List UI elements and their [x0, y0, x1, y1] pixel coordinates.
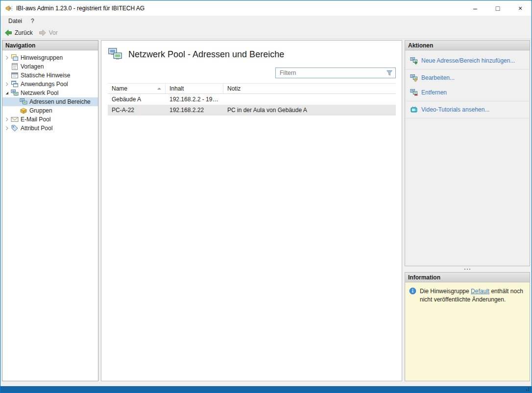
- column-label: Inhalt: [169, 85, 184, 92]
- actions-separator: [406, 101, 529, 101]
- email-pool-icon: [11, 116, 19, 123]
- info-text-before: Die Hinweisgruppe: [420, 288, 471, 295]
- menu-item-datei[interactable]: Datei: [4, 16, 26, 26]
- address-table: Name Inhalt Notiz Gebäude A 192.168.2.2 …: [108, 83, 396, 116]
- cell-inhalt: 192.168.2.22: [166, 107, 223, 114]
- filter-input[interactable]: [280, 69, 386, 76]
- filter-row: [101, 66, 402, 83]
- action-label: Bearbeiten...: [421, 74, 455, 81]
- default-group-link[interactable]: Default: [471, 288, 489, 295]
- panel-splitter[interactable]: [405, 266, 530, 272]
- video-tutorials-action[interactable]: Video-Tutorials ansehen...: [405, 102, 530, 117]
- sidebar-item-label: Vorlagen: [21, 63, 44, 70]
- cell-notiz: PC in der Aula von Gebäude A: [223, 107, 396, 114]
- information-panel: Information Die Hinweisgruppe Default en…: [405, 272, 530, 381]
- sidebar-item-anwendungs-pool[interactable]: Anwendungs Pool: [2, 80, 98, 89]
- column-label: Notiz: [227, 85, 241, 92]
- actions-list: Neue Adresse/Bereich hinzufügen...: [405, 50, 530, 119]
- main-panel: Netzwerk Pool - Adressen und Bereiche Na…: [101, 40, 402, 381]
- column-header-notiz[interactable]: Notiz: [223, 84, 396, 93]
- application-pool-icon: [11, 80, 19, 88]
- minimize-button[interactable]: –: [464, 0, 486, 16]
- filter-funnel-icon[interactable]: [386, 69, 393, 76]
- forward-arrow-icon: [39, 29, 47, 37]
- network-pool-title-icon: [108, 47, 122, 62]
- forward-label: Vor: [49, 29, 58, 36]
- table-header: Name Inhalt Notiz: [108, 83, 396, 94]
- menu-item-help[interactable]: ?: [26, 16, 39, 26]
- window-controls: – □ ×: [464, 0, 532, 16]
- action-label: Video-Tutorials ansehen...: [421, 106, 489, 113]
- sidebar-item-attribut-pool[interactable]: Attribut Pool: [2, 124, 98, 133]
- table-row[interactable]: Gebäude A 192.168.2.2 - 192.16...: [108, 94, 396, 105]
- sidebar-item-label: Hinweisgruppen: [21, 54, 63, 61]
- addresses-icon: [20, 98, 27, 106]
- cell-inhalt: 192.168.2.2 - 192.16...: [166, 96, 223, 103]
- column-header-inhalt[interactable]: Inhalt: [166, 84, 223, 93]
- sort-ascending-icon: [157, 88, 161, 90]
- sidebar-item-label: Statische Hinweise: [21, 72, 70, 79]
- app-icon: [5, 4, 13, 12]
- sidebar-item-email-pool[interactable]: E-Mail Pool: [2, 115, 98, 124]
- network-pool-icon: [11, 89, 19, 97]
- toolbar: Zurück Vor: [0, 26, 532, 39]
- title-bar: IBI-aws Admin 1.23.0 - registriert für I…: [0, 0, 532, 16]
- actions-panel: Aktionen: [405, 40, 530, 266]
- column-header-name[interactable]: Name: [108, 84, 166, 93]
- info-icon: [409, 287, 416, 295]
- chevron-right-icon[interactable]: [4, 126, 10, 131]
- templates-icon: [11, 63, 19, 70]
- remove-action[interactable]: Entfernen: [405, 85, 530, 100]
- static-notices-icon: [11, 71, 19, 79]
- back-arrow-icon: [4, 29, 12, 37]
- add-address-icon: [410, 57, 418, 65]
- actions-header: Aktionen: [405, 41, 530, 50]
- table-row[interactable]: PC-A-22 192.168.2.22 PC in der Aula von …: [108, 105, 396, 116]
- information-message: Die Hinweisgruppe Default enthält noch n…: [405, 282, 530, 309]
- sidebar-item-label: Gruppen: [29, 107, 52, 114]
- edit-action[interactable]: Bearbeiten...: [405, 70, 530, 85]
- edit-icon: [410, 74, 418, 82]
- actions-separator: [406, 69, 529, 69]
- info-text: Die Hinweisgruppe Default enthält noch n…: [420, 287, 526, 304]
- sidebar-item-label: Netzwerk Pool: [21, 90, 58, 96]
- chevron-right-icon[interactable]: [4, 82, 10, 87]
- navigation-panel: Navigation Hinweisgruppen: [2, 40, 98, 381]
- sidebar-item-netzwerk-pool[interactable]: Netzwerk Pool: [2, 89, 98, 97]
- window-title: IBI-aws Admin 1.23.0 - registriert für I…: [16, 5, 145, 12]
- chevron-right-icon[interactable]: [4, 55, 10, 60]
- navigation-header: Navigation: [2, 41, 98, 50]
- information-header: Information: [405, 273, 530, 282]
- page-title-row: Netzwerk Pool - Adressen und Bereiche: [101, 41, 402, 66]
- close-button[interactable]: ×: [509, 0, 532, 16]
- add-address-action[interactable]: Neue Adresse/Bereich hinzufügen...: [405, 53, 530, 68]
- chevron-right-icon[interactable]: [4, 117, 10, 122]
- splitter-grip-icon: [464, 269, 465, 270]
- page-title: Netzwerk Pool - Adressen und Bereiche: [128, 49, 284, 60]
- forward-button[interactable]: Vor: [39, 29, 58, 37]
- sidebar-item-label: E-Mail Pool: [21, 116, 50, 123]
- sidebar-item-gruppen[interactable]: Gruppen: [2, 106, 98, 115]
- cell-name: Gebäude A: [108, 96, 166, 103]
- attribute-pool-icon: [11, 124, 19, 132]
- app-window: IBI-aws Admin 1.23.0 - registriert für I…: [0, 0, 532, 393]
- sidebar-item-adressen-und-bereiche[interactable]: Adressen und Bereiche: [2, 97, 98, 106]
- back-label: Zurück: [15, 29, 33, 36]
- notice-groups-icon: [11, 54, 19, 62]
- sidebar-item-label: Anwendungs Pool: [21, 81, 68, 88]
- sidebar-item-label: Attribut Pool: [21, 125, 52, 132]
- back-button[interactable]: Zurück: [4, 29, 33, 37]
- sidebar-item-statische-hinweise[interactable]: Statische Hinweise: [2, 71, 98, 80]
- chevron-expanded-icon[interactable]: [4, 91, 10, 95]
- filter-box: [275, 68, 396, 78]
- content-area: Navigation Hinweisgruppen: [0, 39, 532, 386]
- right-panel: Aktionen: [405, 40, 530, 381]
- column-label: Name: [112, 85, 127, 92]
- menu-bar: Datei ?: [0, 16, 532, 26]
- sidebar-item-vorlagen[interactable]: Vorlagen: [2, 62, 98, 71]
- cell-name: PC-A-22: [108, 107, 166, 114]
- maximize-button[interactable]: □: [486, 0, 509, 16]
- sidebar-item-hinweisgruppen[interactable]: Hinweisgruppen: [2, 53, 98, 62]
- sidebar-item-label: Adressen und Bereiche: [29, 98, 91, 105]
- resize-grip-icon[interactable]: [528, 390, 529, 391]
